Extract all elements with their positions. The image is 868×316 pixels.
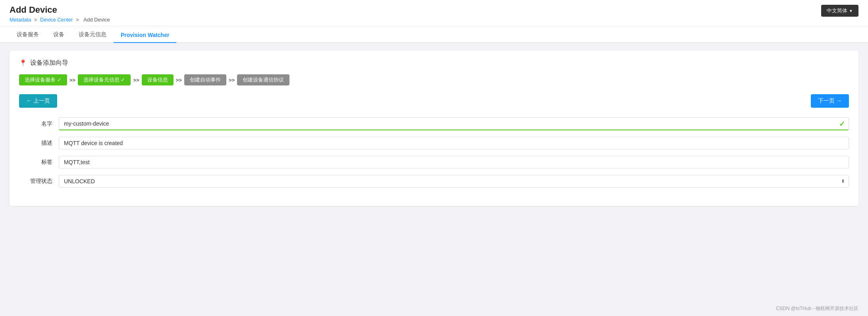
name-input[interactable]	[59, 117, 849, 130]
page-title: Add Device	[10, 5, 112, 15]
step-arrow-2: >>	[133, 77, 139, 83]
admin-state-input-wrap: UNLOCKED LOCKED ⬍	[59, 175, 849, 188]
wizard-title-text: 设备添加向导	[30, 59, 68, 67]
tabs-bar: 设备服务 设备 设备元信息 Provision Watcher	[0, 26, 868, 43]
nav-buttons: ← 上一页 下一页 →	[19, 94, 849, 108]
lang-button[interactable]: 中文简体 ▼	[821, 5, 858, 17]
step-2: 选择设备元信息 ✓	[78, 74, 131, 85]
step-4: 创建自动事件	[184, 74, 226, 85]
header: Add Device Metadata > Device Center > Ad…	[0, 0, 868, 26]
step-arrow-3: >>	[176, 77, 182, 83]
main-content: 📍 设备添加向导 选择设备服务 ✓ >> 选择设备元信息 ✓ >> 设备信息 >…	[0, 43, 868, 301]
form-row-description: 描述	[19, 137, 849, 149]
admin-state-select[interactable]: UNLOCKED LOCKED	[59, 175, 849, 188]
tags-label: 标签	[19, 159, 59, 166]
tab-device[interactable]: 设备	[46, 26, 71, 43]
form-inner: 名字 ✓ 描述 标签	[19, 117, 849, 194]
name-input-wrap: ✓	[59, 117, 849, 130]
step-5: 创建设备通信协议	[237, 74, 289, 85]
description-input-wrap	[59, 137, 849, 149]
breadcrumb-device-center[interactable]: Device Center	[40, 17, 73, 23]
tags-input-wrap	[59, 156, 849, 169]
tab-provision-watcher[interactable]: Provision Watcher	[114, 27, 176, 43]
form-container: 名字 ✓ 描述 标签	[19, 117, 849, 194]
prev-button[interactable]: ← 上一页	[19, 94, 57, 108]
form-row-admin-state: 管理状态 UNLOCKED LOCKED ⬍	[19, 175, 849, 188]
wizard-icon: 📍	[19, 59, 27, 67]
breadcrumb-current: Add Device	[83, 17, 110, 23]
tab-device-meta[interactable]: 设备元信息	[71, 26, 114, 43]
name-label: 名字	[19, 120, 59, 128]
step-3: 设备信息	[142, 74, 174, 85]
header-left: Add Device Metadata > Device Center > Ad…	[10, 5, 112, 23]
name-check-icon: ✓	[839, 120, 845, 128]
step-arrow-1: >>	[69, 77, 75, 83]
card: 📍 设备添加向导 选择设备服务 ✓ >> 选择设备元信息 ✓ >> 设备信息 >…	[10, 51, 858, 206]
breadcrumb: Metadata > Device Center > Add Device	[10, 17, 112, 23]
page-wrapper: Add Device Metadata > Device Center > Ad…	[0, 0, 868, 316]
lang-label: 中文简体	[827, 7, 847, 14]
next-button[interactable]: 下一页 →	[811, 94, 849, 108]
tab-device-service[interactable]: 设备服务	[10, 26, 46, 43]
lang-chevron-icon: ▼	[849, 9, 853, 13]
description-input[interactable]	[59, 137, 849, 149]
wizard-title: 📍 设备添加向导	[19, 59, 849, 67]
step-arrow-4: >>	[229, 77, 235, 83]
breadcrumb-metadata[interactable]: Metadata	[10, 17, 31, 23]
description-label: 描述	[19, 140, 59, 147]
step-1: 选择设备服务 ✓	[19, 74, 67, 85]
steps-bar: 选择设备服务 ✓ >> 选择设备元信息 ✓ >> 设备信息 >> 创建自动事件 …	[19, 74, 849, 85]
admin-state-label: 管理状态	[19, 178, 59, 185]
tags-input[interactable]	[59, 156, 849, 169]
footer-credit: CSDN @IoTHub - 物联网开源技术社区	[0, 301, 868, 316]
form-row-tags: 标签	[19, 156, 849, 169]
form-row-name: 名字 ✓	[19, 117, 849, 130]
